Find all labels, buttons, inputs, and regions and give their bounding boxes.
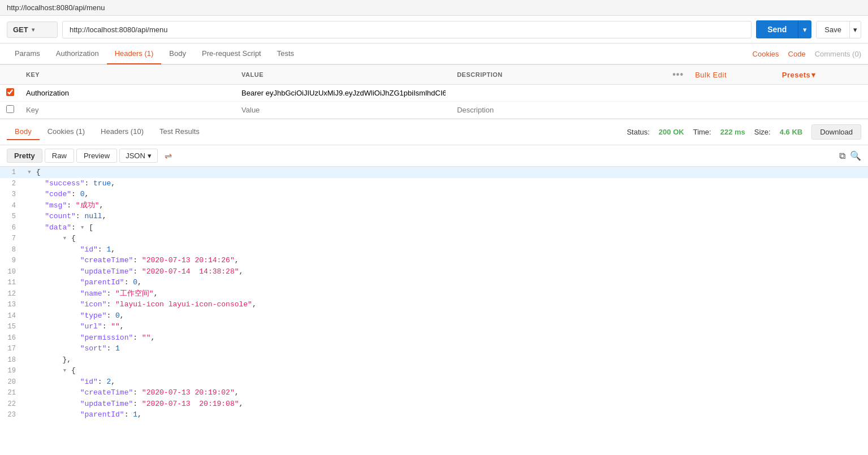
raw-button[interactable]: Raw bbox=[45, 149, 74, 163]
tab-pre-request[interactable]: Pre-request Script bbox=[194, 44, 269, 64]
header-row-1-value bbox=[236, 85, 451, 102]
headers-section: KEY VALUE DESCRIPTION ••• Bulk Edit Pres… bbox=[0, 64, 868, 119]
header-row-new-value-input[interactable] bbox=[241, 106, 446, 114]
json-line-6: 6 "data": ▾ [ bbox=[0, 222, 868, 233]
comments-link[interactable]: Comments (0) bbox=[815, 50, 861, 58]
header-row-new bbox=[0, 102, 868, 119]
status-value: 200 OK bbox=[659, 128, 684, 136]
header-row-1 bbox=[0, 85, 868, 102]
json-line-14: 14 "type": 0, bbox=[0, 310, 868, 322]
collapse-7[interactable]: ▾ bbox=[62, 234, 71, 242]
body-toolbar-right: ⧉ 🔍 bbox=[839, 150, 861, 161]
tab-authorization[interactable]: Authorization bbox=[48, 44, 107, 64]
header-row-new-desc bbox=[451, 102, 667, 119]
th-actions: ••• bbox=[667, 65, 689, 85]
json-line-22: 22 "updateTime": "2020-07-13 20:19:08", bbox=[0, 398, 868, 410]
download-button[interactable]: Download bbox=[811, 124, 861, 140]
json-line-3: 3 "code": 0, bbox=[0, 189, 868, 200]
resp-tab-body[interactable]: Body bbox=[7, 124, 40, 140]
header-row-1-checkbox-cell bbox=[0, 85, 20, 102]
code-link[interactable]: Code bbox=[788, 50, 806, 58]
save-button[interactable]: Save bbox=[817, 21, 849, 38]
json-line-2: 2 "success": true, bbox=[0, 178, 868, 189]
time-value: 222 ms bbox=[720, 128, 745, 136]
search-button[interactable]: 🔍 bbox=[850, 150, 861, 161]
json-line-10: 10 "updateTime": "2020-07-14 14:38:28", bbox=[0, 266, 868, 278]
pretty-button[interactable]: Pretty bbox=[7, 149, 42, 163]
th-dots-icon[interactable]: ••• bbox=[672, 70, 684, 79]
save-btn-group: Save ▾ bbox=[816, 21, 861, 38]
cookies-link[interactable]: Cookies bbox=[753, 50, 779, 58]
json-line-7: 7 ▾ { bbox=[0, 233, 868, 244]
json-line-23: 23 "parentId": 1, bbox=[0, 409, 868, 421]
title-url: http://localhost:8080/api/menu bbox=[7, 3, 105, 12]
header-row-1-extra bbox=[667, 85, 868, 102]
size-label: Size: bbox=[754, 128, 771, 136]
header-row-new-value bbox=[236, 102, 451, 119]
request-tabs: Params Authorization Headers (1) Body Pr… bbox=[0, 44, 868, 64]
header-row-new-checkbox-cell bbox=[0, 102, 20, 119]
response-tabs: Body Cookies (1) Headers (10) Test Resul… bbox=[7, 124, 208, 140]
tab-right-links: Cookies Code Comments (0) bbox=[753, 50, 861, 58]
header-row-new-key-input[interactable] bbox=[26, 106, 230, 114]
format-select[interactable]: JSON ▾ bbox=[119, 149, 158, 163]
header-row-new-extra bbox=[667, 102, 868, 119]
tab-headers[interactable]: Headers (1) bbox=[107, 44, 162, 64]
json-line-16: 16 "permission": "", bbox=[0, 332, 868, 344]
json-line-4: 4 "msg": "成功", bbox=[0, 200, 868, 211]
json-line-19: 19 ▾ { bbox=[0, 365, 868, 376]
json-line-12: 12 "name": "工作空间", bbox=[0, 288, 868, 300]
json-line-21: 21 "createTime": "2020-07-13 20:19:02", bbox=[0, 387, 868, 398]
bulk-edit-link[interactable]: Bulk Edit bbox=[695, 71, 727, 79]
send-button[interactable]: Send bbox=[756, 20, 798, 38]
wrap-icon[interactable]: ⇌ bbox=[165, 150, 172, 161]
method-chevron-icon: ▾ bbox=[32, 27, 34, 33]
resp-tab-test-results[interactable]: Test Results bbox=[152, 124, 208, 140]
json-line-8: 8 "id": 1, bbox=[0, 244, 868, 255]
tab-body[interactable]: Body bbox=[161, 44, 194, 64]
th-presets: Presets ▾ bbox=[776, 65, 868, 85]
tab-params[interactable]: Params bbox=[7, 44, 48, 64]
header-row-1-value-input[interactable] bbox=[241, 89, 446, 97]
json-line-5: 5 "count": null, bbox=[0, 211, 868, 222]
tab-tests[interactable]: Tests bbox=[269, 44, 302, 64]
header-row-1-key-input[interactable] bbox=[26, 89, 230, 97]
preview-button[interactable]: Preview bbox=[76, 149, 117, 163]
send-btn-group: Send ▾ bbox=[756, 20, 811, 38]
header-row-1-checkbox[interactable] bbox=[6, 88, 14, 96]
presets-chevron-icon: ▾ bbox=[811, 71, 816, 79]
json-line-1: 1 ▾ { bbox=[0, 167, 868, 178]
collapse-6[interactable]: ▾ bbox=[80, 223, 89, 232]
json-line-11: 11 "parentId": 0, bbox=[0, 277, 868, 288]
collapse-1[interactable]: ▾ bbox=[27, 168, 36, 176]
url-bar: GET ▾ Send ▾ Save ▾ bbox=[0, 16, 868, 44]
json-line-18: 18 }, bbox=[0, 354, 868, 366]
send-dropdown-button[interactable]: ▾ bbox=[798, 20, 811, 38]
response-meta: Status: 200 OK Time: 222 ms Size: 4.6 KB… bbox=[627, 124, 861, 140]
size-value: 4.6 KB bbox=[780, 128, 802, 136]
body-toolbar: Pretty Raw Preview JSON ▾ ⇌ ⧉ 🔍 bbox=[0, 145, 868, 167]
format-select-label: JSON bbox=[126, 151, 145, 160]
headers-table: KEY VALUE DESCRIPTION ••• Bulk Edit Pres… bbox=[0, 64, 868, 119]
th-value: VALUE bbox=[236, 65, 451, 85]
json-viewer: 1 ▾ { 2 "success": true, 3 "code": 0, 4 … bbox=[0, 167, 868, 421]
header-row-new-key bbox=[20, 102, 236, 119]
header-row-new-checkbox[interactable] bbox=[6, 105, 14, 113]
method-select[interactable]: GET ▾ bbox=[7, 21, 58, 38]
header-row-1-key bbox=[20, 85, 236, 102]
copy-button[interactable]: ⧉ bbox=[839, 150, 845, 161]
save-dropdown-button[interactable]: ▾ bbox=[849, 21, 861, 38]
status-label: Status: bbox=[627, 128, 649, 136]
presets-link[interactable]: Presets ▾ bbox=[782, 71, 862, 79]
collapse-19[interactable]: ▾ bbox=[62, 366, 71, 375]
response-header: Body Cookies (1) Headers (10) Test Resul… bbox=[0, 119, 868, 145]
header-row-new-desc-input[interactable] bbox=[457, 106, 661, 114]
json-line-17: 17 "sort": 1 bbox=[0, 343, 868, 354]
url-input[interactable] bbox=[62, 21, 752, 38]
resp-tab-headers[interactable]: Headers (10) bbox=[93, 124, 152, 140]
resp-tab-cookies[interactable]: Cookies (1) bbox=[40, 124, 93, 140]
header-row-1-desc bbox=[451, 85, 667, 102]
header-row-1-desc-input[interactable] bbox=[457, 89, 661, 97]
title-bar: http://localhost:8080/api/menu bbox=[0, 0, 868, 16]
format-chevron-icon: ▾ bbox=[148, 151, 152, 160]
